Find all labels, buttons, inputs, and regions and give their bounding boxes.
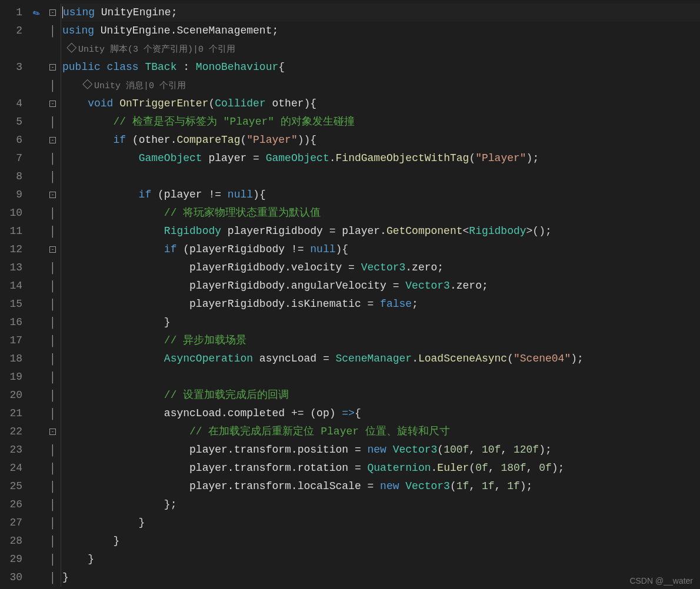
code-line[interactable]: // 设置加载完成后的回调	[61, 386, 700, 404]
code-line[interactable]: // 在加载完成后重新定位 Player 位置、旋转和尺寸	[61, 423, 700, 441]
fold-toggle-icon[interactable]: -	[49, 192, 56, 198]
code-line[interactable]: if (player != null){	[61, 186, 700, 204]
fold-gutter[interactable]: - │ - │ - │ - │ │ - │ │ - │ │ │ │ │ │ │ …	[45, 0, 61, 589]
code-line[interactable]: using UnityEngine.SceneManagement;	[61, 22, 700, 40]
codelens-line[interactable]: Unity 脚本(3 个资产引用)|0 个引用	[61, 40, 700, 58]
code-line[interactable]: // 将玩家物理状态重置为默认值	[61, 204, 700, 222]
code-line[interactable]: player.transform.rotation = Quaternion.E…	[61, 459, 700, 477]
fold-toggle-icon[interactable]: -	[49, 64, 56, 71]
glyph-margin: ✎	[27, 0, 45, 589]
code-line[interactable]: player.transform.position = new Vector3(…	[61, 441, 700, 459]
edit-glyph-icon: ✎	[30, 5, 42, 19]
code-line[interactable]	[61, 168, 700, 186]
code-line[interactable]: asyncLoad.completed += (op) =>{	[61, 404, 700, 423]
code-line[interactable]: }	[61, 550, 700, 568]
code-line[interactable]: Rigidbody playerRigidbody = player.GetCo…	[61, 222, 700, 240]
code-line[interactable]: // 检查是否与标签为 "Player" 的对象发生碰撞	[61, 113, 700, 131]
code-line[interactable]: if (other.CompareTag("Player")){	[61, 131, 700, 149]
code-line[interactable]: void OnTriggerEnter(Collider other){	[61, 95, 700, 113]
watermark-text: CSDN @__water	[629, 576, 693, 585]
line-number-gutter: 1 2 3 4 5 6 7 8 9 10 11 12 13 14 15 16 1…	[0, 0, 27, 589]
fold-toggle-icon[interactable]: -	[49, 246, 56, 253]
fold-toggle-icon[interactable]: -	[49, 137, 56, 143]
code-line[interactable]: player.transform.localScale = new Vector…	[61, 477, 700, 496]
codelens-line[interactable]: Unity 消息|0 个引用	[61, 76, 700, 95]
code-editor[interactable]: 1 2 3 4 5 6 7 8 9 10 11 12 13 14 15 16 1…	[0, 0, 700, 589]
code-line[interactable]: }	[61, 514, 700, 532]
code-line[interactable]: using UnityEngine;	[61, 4, 700, 22]
code-line[interactable]: }	[61, 568, 700, 587]
code-line[interactable]	[61, 368, 700, 386]
code-line[interactable]: playerRigidbody.angularVelocity = Vector…	[61, 277, 700, 295]
code-line[interactable]: playerRigidbody.isKinematic = false;	[61, 295, 700, 313]
code-area[interactable]: using UnityEngine; using UnityEngine.Sce…	[61, 0, 700, 589]
code-line[interactable]: // 异步加载场景	[61, 332, 700, 350]
cube-icon	[82, 79, 92, 89]
code-line[interactable]: }	[61, 532, 700, 550]
fold-toggle-icon[interactable]: -	[49, 9, 56, 16]
code-line[interactable]: if (playerRigidbody != null){	[61, 240, 700, 259]
fold-toggle-icon[interactable]: -	[49, 101, 56, 107]
fold-toggle-icon[interactable]: -	[49, 429, 56, 435]
code-line[interactable]: AsyncOperation asyncLoad = SceneManager.…	[61, 350, 700, 368]
code-line[interactable]: playerRigidbody.velocity = Vector3.zero;	[61, 259, 700, 277]
code-line[interactable]: GameObject player = GameObject.FindGameO…	[61, 149, 700, 168]
code-line[interactable]: };	[61, 496, 700, 514]
code-line[interactable]: public class TBack : MonoBehaviour{	[61, 58, 700, 76]
cube-icon	[66, 43, 76, 53]
code-line[interactable]: }	[61, 313, 700, 332]
